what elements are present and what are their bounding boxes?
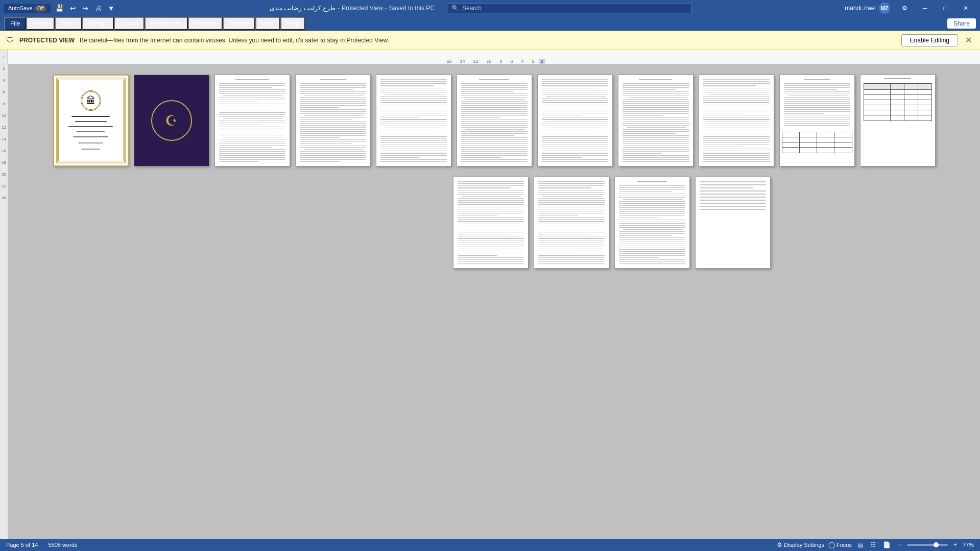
page-thumb-11[interactable] [860,75,936,166]
page-thumb-7[interactable] [537,75,613,166]
line [623,199,683,200]
menu-view[interactable]: View [255,17,281,30]
close-button[interactable]: ✕ [955,0,976,16]
line [703,151,770,151]
line [619,249,685,250]
line [380,153,447,153]
doc-canvas[interactable]: 🏛 ☪ [8,64,980,539]
page-thumb-3[interactable] [214,75,290,166]
dark-cover-emblem: ☪ [151,100,192,141]
read-mode-view-btn[interactable]: 📄 [881,541,892,548]
line [623,103,689,104]
save-icon-btn[interactable]: 💾 [53,3,66,13]
line [300,139,366,140]
line [784,91,850,92]
statusbar: Page 5 of 14 5508 words ⚙ Display Settin… [0,539,980,551]
line [619,196,685,196]
page-thumb-5[interactable] [376,75,451,166]
line [461,135,514,136]
autosave-button[interactable]: AutoSave Off [4,4,51,13]
line [461,123,528,124]
v-tick-16: 16 [2,149,6,153]
line [300,153,366,154]
customize-icon-btn[interactable]: ▼ [106,3,117,13]
line [784,101,850,102]
page-thumb-15[interactable] [695,177,771,269]
menu-file[interactable]: File [4,17,26,30]
page-thumb-6[interactable] [457,75,532,166]
menu-layout[interactable]: Layout [114,17,145,30]
line [619,197,685,198]
share-button[interactable]: Share [947,18,976,29]
line [542,100,608,101]
menu-home[interactable]: Home [26,17,55,30]
line [380,83,447,84]
line [380,142,447,143]
menu-review[interactable]: Review [223,17,255,30]
line [219,108,285,108]
line [542,94,608,94]
line [458,213,524,213]
titlebar-left: AutoSave Off 💾 ↩ ↪ 🖨 ▼ [4,3,117,13]
line [461,89,528,90]
page-3-content [215,75,290,166]
menu-mailings[interactable]: Mailings [188,17,223,30]
line [380,132,447,132]
line [219,104,285,104]
display-settings-button[interactable]: ⚙ Display Settings [777,541,824,548]
ruler-tick-8: 8 [495,59,506,64]
ruler-tick-10: 10 [482,59,495,64]
page-thumb-13[interactable] [534,177,609,269]
zoom-slider[interactable] [907,544,948,546]
maximize-button[interactable]: □ [935,0,955,16]
redo-icon-btn[interactable]: ↪ [80,3,90,13]
page-thumb-4[interactable] [295,75,371,166]
settings-icon-btn[interactable]: ⚙ [894,0,915,16]
user-avatar[interactable]: MZ [879,3,890,14]
v-tick-20: 20 [2,172,6,177]
web-layout-view-btn[interactable]: ☷ [869,541,877,548]
page-thumb-12[interactable] [453,177,529,269]
line [542,157,582,158]
page-thumb-1[interactable]: 🏛 [53,75,129,166]
line [784,99,850,100]
page-thumb-14[interactable] [614,177,690,269]
line [461,107,528,108]
line [623,99,689,100]
line [538,211,605,211]
page-thumb-10[interactable] [779,75,855,166]
line [703,117,770,117]
line [538,215,578,215]
line [380,79,447,80]
line [219,149,285,150]
line [542,196,602,197]
page-9-content [699,75,774,166]
print-icon-btn[interactable]: 🖨 [92,3,104,13]
line [380,107,447,107]
page-thumb-2[interactable]: ☪ [134,75,209,166]
search-box[interactable]: 🔍 [447,3,692,13]
zoom-out-btn[interactable]: − [896,541,903,548]
line [458,232,524,232]
menu-references[interactable]: References [145,17,188,30]
search-input[interactable] [462,5,687,12]
menu-help[interactable]: Help [280,17,305,30]
line [380,145,447,145]
line [300,157,366,158]
print-layout-view-btn[interactable]: ▤ [856,541,865,548]
focus-button[interactable]: ◯ Focus [828,541,852,548]
autosave-toggle[interactable]: Off [34,5,47,12]
undo-icon-btn[interactable]: ↩ [68,3,78,13]
menu-insert[interactable]: Insert [55,17,82,30]
enable-editing-button[interactable]: Enable Editing [901,34,958,46]
menu-design[interactable]: Design [82,17,113,30]
page-thumb-9[interactable] [699,75,774,166]
minimize-button[interactable]: ─ [915,0,935,16]
line [458,257,524,258]
page-thumb-8[interactable] [618,75,694,166]
zoom-in-btn[interactable]: + [952,541,959,548]
line [458,249,524,249]
line [623,139,689,140]
line [542,122,608,122]
protected-close-button[interactable]: ✕ [963,35,974,45]
